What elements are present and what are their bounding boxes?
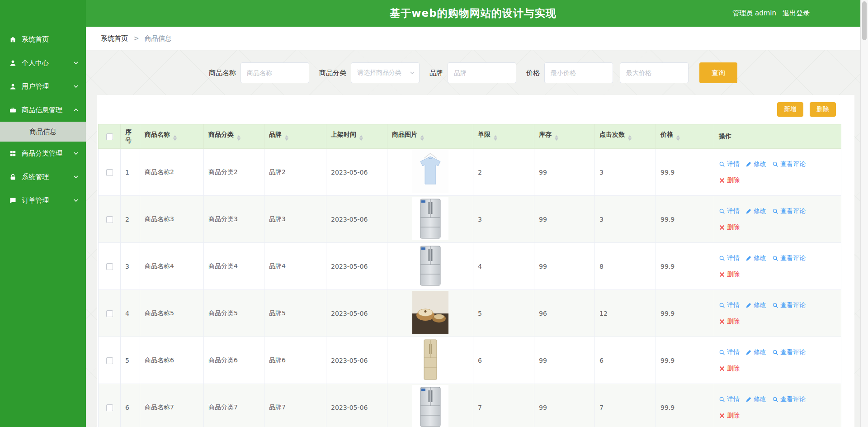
cell-product-name: 商品名称7 <box>140 384 204 427</box>
sort-icon[interactable] <box>285 133 288 142</box>
search-icon <box>772 161 778 167</box>
cell-category: 商品分类3 <box>204 196 264 243</box>
max-price-input[interactable] <box>620 62 689 83</box>
view-comments-link[interactable]: 查看评论 <box>772 348 806 356</box>
column-header[interactable]: 价格 <box>656 124 714 149</box>
search-icon <box>719 349 725 356</box>
sort-icon[interactable] <box>420 133 424 142</box>
sidebar-item[interactable]: 用户管理 <box>0 75 86 98</box>
cell-brand: 品牌4 <box>264 243 326 290</box>
pencil-icon <box>745 161 752 167</box>
sidebar-subitem[interactable]: 商品信息 <box>0 122 86 142</box>
view-comments-link[interactable]: 查看评论 <box>772 160 806 168</box>
sidebar-item[interactable]: 系统首页 <box>0 28 86 51</box>
brand-input[interactable] <box>448 62 516 83</box>
edit-link[interactable]: 修改 <box>745 395 766 403</box>
scrollbar-thumb[interactable] <box>862 1 867 40</box>
column-header[interactable]: 商品分类 <box>204 124 264 149</box>
view-comments-link[interactable]: 查看评论 <box>772 207 806 215</box>
table-row: 1商品名称2商品分类2品牌22023-05-06299399.9详情修改查看评论… <box>99 149 841 196</box>
categories-icon <box>9 150 17 157</box>
detail-link[interactable]: 详情 <box>719 348 740 356</box>
sort-icon[interactable] <box>555 133 558 142</box>
sort-icon[interactable] <box>628 133 632 142</box>
column-header[interactable]: 上架时间 <box>326 124 387 149</box>
cell-index: 6 <box>121 384 140 427</box>
column-header[interactable]: 点击次数 <box>595 124 656 149</box>
vertical-scrollbar[interactable] <box>860 0 868 427</box>
edit-link[interactable]: 修改 <box>745 301 766 309</box>
column-header[interactable]: 单限 <box>473 124 534 149</box>
product-image <box>412 291 449 334</box>
delete-link[interactable]: 删除 <box>719 318 740 326</box>
detail-link[interactable]: 详情 <box>719 395 740 403</box>
sidebar-item[interactable]: 订单管理 <box>0 189 86 212</box>
column-header[interactable]: 库存 <box>534 124 595 149</box>
sort-icon[interactable] <box>173 133 177 142</box>
sidebar-item-label: 个人中心 <box>22 59 73 67</box>
cell-brand: 品牌2 <box>264 149 326 196</box>
x-icon <box>719 318 725 325</box>
sidebar-item[interactable]: 商品分类管理 <box>0 142 86 165</box>
row-checkbox[interactable] <box>106 357 113 364</box>
x-icon <box>719 413 725 419</box>
search-button[interactable]: 查询 <box>699 62 737 83</box>
cell-clicks: 7 <box>595 384 656 427</box>
cell-product-name: 商品名称2 <box>140 149 204 196</box>
sidebar-item-label: 订单管理 <box>22 196 73 205</box>
delete-button[interactable]: 删除 <box>810 102 836 117</box>
edit-link[interactable]: 修改 <box>745 160 766 168</box>
table-row: 4商品名称5商品分类5品牌52023-05-065961299.9详情修改查看评… <box>99 290 841 337</box>
delete-link[interactable]: 删除 <box>719 223 740 232</box>
search-icon <box>772 208 778 214</box>
cell-index: 5 <box>121 337 140 384</box>
detail-link[interactable]: 详情 <box>719 254 740 262</box>
edit-link[interactable]: 修改 <box>745 348 766 356</box>
view-comments-link[interactable]: 查看评论 <box>772 301 806 309</box>
detail-link[interactable]: 详情 <box>719 207 740 215</box>
cell-product-name: 商品名称4 <box>140 243 204 290</box>
select-all-checkbox[interactable] <box>106 133 113 140</box>
add-button[interactable]: 新增 <box>777 102 803 117</box>
sort-icon[interactable] <box>359 133 363 142</box>
cell-index: 2 <box>121 196 140 243</box>
delete-link[interactable]: 删除 <box>719 270 740 279</box>
detail-link[interactable]: 详情 <box>719 301 740 309</box>
min-price-input[interactable] <box>544 62 613 83</box>
cell-clicks: 3 <box>595 196 656 243</box>
cell-price: 99.9 <box>656 384 714 427</box>
cell-date: 2023-05-06 <box>326 196 387 243</box>
breadcrumb-separator: > <box>133 34 139 43</box>
sort-icon[interactable] <box>494 133 497 142</box>
product-name-input[interactable] <box>241 62 309 83</box>
column-header[interactable]: 商品名称 <box>140 124 204 149</box>
row-checkbox[interactable] <box>106 404 113 411</box>
row-checkbox[interactable] <box>106 216 113 223</box>
delete-link[interactable]: 删除 <box>719 412 740 420</box>
view-comments-link[interactable]: 查看评论 <box>772 254 806 262</box>
pencil-icon <box>745 255 752 261</box>
breadcrumb-home[interactable]: 系统首页 <box>101 34 128 43</box>
sort-icon[interactable] <box>676 133 680 142</box>
edit-link[interactable]: 修改 <box>745 207 766 215</box>
delete-link[interactable]: 删除 <box>719 176 740 185</box>
edit-link[interactable]: 修改 <box>745 254 766 262</box>
view-comments-link[interactable]: 查看评论 <box>772 395 806 403</box>
logout-link[interactable]: 退出登录 <box>783 9 810 18</box>
sidebar-item[interactable]: 系统管理 <box>0 165 86 189</box>
detail-link[interactable]: 详情 <box>719 160 740 168</box>
row-checkbox[interactable] <box>106 263 113 270</box>
column-header[interactable]: 商品图片 <box>387 124 473 149</box>
cell-limit: 5 <box>473 290 534 337</box>
row-checkbox[interactable] <box>106 169 113 176</box>
row-checkbox[interactable] <box>106 310 113 317</box>
delete-link[interactable]: 删除 <box>719 365 740 373</box>
sidebar-item[interactable]: 商品信息管理 <box>0 98 86 122</box>
cell-clicks: 6 <box>595 337 656 384</box>
sidebar-item[interactable]: 个人中心 <box>0 51 86 75</box>
category-select[interactable]: 请选择商品分类 <box>351 62 420 83</box>
sort-icon[interactable] <box>237 133 241 142</box>
column-header[interactable]: 品牌 <box>264 124 326 149</box>
product-image <box>412 385 449 427</box>
cell-stock: 99 <box>534 337 595 384</box>
